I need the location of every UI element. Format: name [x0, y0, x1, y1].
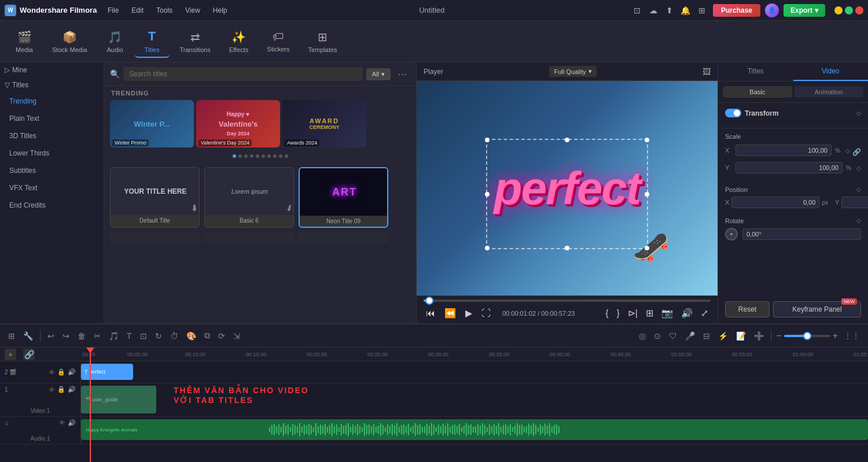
rotate-input[interactable] — [742, 228, 861, 240]
zoom-handle[interactable] — [803, 332, 811, 340]
video-clip[interactable]: 🎬 user_guide — [81, 386, 156, 413]
track-subtitle-icon[interactable]: ⊟ — [701, 330, 712, 342]
dot-9[interactable] — [279, 154, 282, 158]
search-input[interactable] — [123, 67, 363, 81]
track-mic-icon[interactable]: 🎤 — [683, 330, 697, 342]
sidebar-item-trending[interactable]: Trending — [0, 93, 104, 110]
sidebar-item-plain-text[interactable]: Plain Text — [0, 110, 104, 127]
track-2-eye-icon[interactable]: 👁 — [49, 369, 55, 376]
title-clip[interactable]: T perfect — [81, 364, 133, 380]
rotate-keyframe-icon[interactable]: ◇ — [856, 217, 861, 224]
cut-button[interactable]: ✂ — [91, 330, 103, 342]
sidebar-item-subtitles[interactable]: Subtitles — [0, 162, 104, 179]
subtab-animation[interactable]: Animation — [795, 86, 864, 98]
volume-button[interactable]: 🔊 — [679, 306, 695, 320]
minimize-button[interactable] — [834, 6, 843, 14]
zoom-in-button[interactable]: + — [833, 331, 838, 341]
fullscreen-button[interactable]: ⤢ — [698, 306, 711, 320]
sidebar-item-end-credits[interactable]: End Credits — [0, 197, 104, 214]
title-card-basic[interactable]: Lorem ipsum ⬇ Basic 6 — [204, 167, 294, 228]
title-card-default[interactable]: YOUR TITLE HERE ⬇ Default Title — [110, 167, 200, 228]
pos-x-input[interactable] — [731, 197, 819, 208]
thumbnail-valentine[interactable]: Happy ♥ Valentine's Day 2024 Valentine's… — [196, 100, 280, 147]
zoom-slider[interactable] — [784, 335, 830, 337]
maximize-button[interactable] — [845, 6, 853, 14]
transform-btn-tl[interactable]: ⇲ — [231, 330, 242, 342]
track-2-volume-icon[interactable]: 🔊 — [68, 368, 76, 376]
seek-handle[interactable] — [425, 297, 433, 305]
menu-help[interactable]: Help — [207, 4, 233, 17]
filter-button[interactable]: All ▾ — [366, 68, 391, 80]
copy-button[interactable]: ⧉ — [202, 330, 212, 342]
dot-6[interactable] — [262, 154, 265, 158]
transform-expand-icon[interactable]: ◇ — [856, 110, 861, 116]
track-shield-icon[interactable]: 🛡 — [667, 330, 679, 342]
transform-toggle[interactable] — [725, 109, 741, 117]
track-2-lock-icon[interactable]: 🔒 — [57, 368, 65, 376]
close-button[interactable] — [855, 6, 863, 14]
timeline-expand-button[interactable]: ⋮⋮ — [841, 330, 862, 342]
mark-out-button[interactable]: } — [615, 307, 622, 320]
toolbar-audio[interactable]: 🎵 Audio — [98, 27, 133, 57]
sidebar-item-3d-titles[interactable]: 3D Titles — [0, 127, 104, 145]
position-keyframe-icon[interactable]: ◇ — [856, 186, 861, 193]
thumbnail-winter[interactable]: Winter P... Winter Promo — [110, 100, 194, 147]
zoom-out-button[interactable]: − — [776, 331, 781, 341]
toolbar-effects[interactable]: ✨ Effects — [221, 27, 256, 57]
export-button[interactable]: Export ▾ — [784, 4, 825, 17]
track-ai-icon[interactable]: ⊙ — [652, 330, 663, 342]
dot-5[interactable] — [256, 154, 259, 158]
tab-video[interactable]: Video — [793, 62, 869, 81]
screen-icon[interactable]: ⊡ — [631, 4, 643, 17]
dot-10[interactable] — [285, 154, 288, 158]
insert-button[interactable]: ⊳| — [626, 306, 640, 320]
timeline-magnet-button[interactable]: 🔧 — [21, 330, 35, 342]
reset-button[interactable]: Reset — [725, 301, 770, 317]
track-motion-icon[interactable]: ◎ — [637, 330, 648, 342]
notification-icon[interactable]: 🔔 — [679, 4, 692, 17]
audio-eye-icon[interactable]: 👁 — [59, 419, 65, 427]
upload-icon[interactable]: ⬆ — [663, 4, 676, 17]
scale-x-input[interactable] — [735, 145, 832, 156]
more-options-button[interactable]: ⋯ — [394, 68, 410, 81]
tab-titles[interactable]: Titles — [718, 62, 793, 81]
menu-edit[interactable]: Edit — [126, 4, 149, 17]
rotate-btn-tl[interactable]: ↻ — [153, 330, 164, 342]
track-text-icon2[interactable]: 📝 — [734, 330, 748, 342]
dot-3[interactable] — [244, 154, 248, 158]
redo-button[interactable]: ↪ — [60, 330, 72, 342]
playhead[interactable] — [90, 348, 91, 462]
rotate-knob[interactable] — [725, 228, 738, 241]
step-back-button[interactable]: ⏪ — [442, 306, 458, 320]
toolbar-templates[interactable]: ⊞ Templates — [300, 27, 345, 57]
toolbar-titles[interactable]: T Titles — [135, 25, 170, 58]
undo-button[interactable]: ↩ — [45, 330, 57, 342]
grid-icon[interactable]: ⊞ — [696, 4, 708, 17]
add-to-timeline-button[interactable]: ⊞ — [643, 306, 656, 320]
fullscreen-preview-button[interactable]: ⛶ — [479, 307, 493, 320]
menu-tools[interactable]: Tools — [150, 4, 178, 17]
toolbar-media[interactable]: 🎬 Media — [7, 27, 42, 57]
snapshot-button[interactable]: 📷 — [659, 306, 675, 320]
audio-button[interactable]: 🎵 — [106, 330, 121, 342]
menu-view[interactable]: View — [179, 4, 206, 17]
scale-link-icon[interactable]: 🔗 — [852, 148, 861, 156]
audio-volume-icon[interactable]: 🔊 — [68, 419, 76, 427]
mine-section[interactable]: ▷ Mine — [0, 62, 104, 77]
dot-2[interactable] — [238, 154, 242, 158]
link-tracks-button[interactable]: 🔗 — [23, 349, 35, 360]
titles-section[interactable]: ▽ Titles — [0, 77, 104, 93]
toolbar-stickers[interactable]: 🏷 Stickers — [259, 27, 297, 56]
user-avatar[interactable]: 👤 — [765, 3, 779, 17]
thumbnail-award[interactable]: AWARD CEREMONY Awards 2024 — [282, 100, 366, 147]
sidebar-item-lower-thirds[interactable]: Lower Thirds — [0, 145, 104, 162]
dot-8[interactable] — [273, 154, 277, 158]
track-1-volume-icon[interactable]: 🔊 — [68, 386, 76, 393]
cloud-icon[interactable]: ☁ — [647, 4, 660, 17]
add-video-track-button[interactable]: + — [5, 349, 16, 360]
track-split-icon[interactable]: ⚡ — [716, 330, 730, 342]
seek-bar[interactable] — [424, 300, 711, 302]
color-button[interactable]: 🎨 — [184, 330, 198, 342]
track-add-media-icon[interactable]: ➕ — [752, 330, 766, 342]
keyframe-button[interactable]: Keyframe Panel NEW — [773, 301, 861, 317]
